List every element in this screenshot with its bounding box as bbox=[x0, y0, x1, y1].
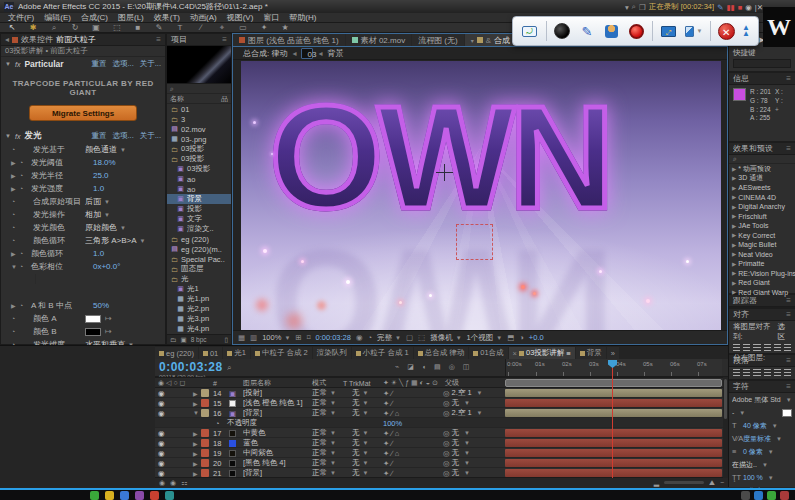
project-item[interactable]: 🗀03投影 bbox=[167, 154, 231, 164]
project-item[interactable]: ▦03-.png bbox=[167, 134, 231, 144]
project-name-header[interactable]: 名称品 bbox=[167, 94, 231, 104]
shape-tool-icon[interactable]: ■ bbox=[132, 23, 144, 32]
selection-rectangle[interactable] bbox=[456, 224, 493, 260]
parent-header[interactable]: 父级 bbox=[445, 378, 459, 388]
grid-guides-icon[interactable]: ⊞ bbox=[295, 333, 301, 342]
project-tab[interactable]: 项目 ≡ bbox=[167, 34, 231, 46]
new-comp-icon[interactable]: ▣ bbox=[181, 336, 187, 344]
graph-editor-icon[interactable]: ◫ bbox=[463, 363, 470, 371]
panel-menu-icon[interactable]: ≡ bbox=[222, 35, 227, 44]
panel-menu-icon[interactable]: ≡ bbox=[786, 144, 791, 153]
property-value[interactable]: 100% bbox=[383, 418, 402, 428]
timeline-search-icon[interactable]: ⌕ bbox=[227, 363, 231, 373]
particular-reset-link[interactable]: 重置 bbox=[91, 59, 106, 69]
effects-category[interactable]: ▶Key Correct bbox=[729, 231, 795, 241]
close-recorder-icon[interactable]: |✕ bbox=[755, 3, 763, 12]
tab-footage[interactable]: 素材 02.mov bbox=[346, 34, 411, 46]
view-layout-dropdown[interactable]: 1个视图▼ bbox=[467, 333, 503, 343]
effects-category[interactable]: ▶3D 通道 bbox=[729, 174, 795, 184]
trash-icon[interactable]: ▯ bbox=[224, 336, 228, 344]
layer-row[interactable]: ◉▶ 15 [浅色 橙色 纯色 1] 正常▼ 无▼ ✦ ∕ ◎无▼ bbox=[155, 398, 728, 408]
trkmat-dropdown[interactable]: 无▼ bbox=[352, 388, 368, 398]
glow-intensity-value[interactable]: 1.0 bbox=[93, 184, 104, 193]
layer-duration-bar[interactable] bbox=[505, 469, 722, 477]
trkmat-dropdown[interactable]: 无▼ bbox=[352, 398, 368, 408]
tab-flowchart[interactable]: 流程图 (无) bbox=[412, 34, 464, 46]
stopwatch-icon[interactable]: ◔ bbox=[19, 185, 29, 192]
expand-icon[interactable]: ▶ bbox=[193, 398, 198, 408]
snapshot-camera-icon[interactable]: ◉ bbox=[356, 333, 363, 342]
particular-about-link[interactable]: 关于... bbox=[140, 59, 161, 69]
tray-icon[interactable] bbox=[767, 491, 776, 500]
collapse-panel-icon[interactable]: − bbox=[720, 479, 724, 486]
mode-dropdown[interactable]: 正常▼ bbox=[312, 458, 336, 468]
pen-tool-icon[interactable]: ✎ bbox=[153, 23, 165, 32]
color-b-swatch[interactable] bbox=[85, 328, 101, 336]
expand-icon[interactable]: ▶ bbox=[11, 250, 19, 257]
pan-behind-tool-icon[interactable]: ⬚ bbox=[111, 23, 123, 32]
stop-close-icon[interactable]: ✕ bbox=[718, 22, 736, 40]
channels-icon[interactable]: ▥ bbox=[250, 333, 257, 342]
layer-switches[interactable]: ✦ ∕ bbox=[383, 398, 393, 408]
layer-name[interactable]: [背景] bbox=[243, 408, 309, 418]
navigator-root[interactable]: 总合成: 律动 bbox=[243, 48, 287, 59]
label-chip[interactable] bbox=[201, 439, 209, 447]
stopwatch-icon[interactable]: ◔ bbox=[11, 224, 21, 231]
trkmat-dropdown[interactable]: 无▼ bbox=[352, 448, 368, 458]
effects-category[interactable]: ▶Frischluft bbox=[729, 212, 795, 222]
layer-duration-bar[interactable] bbox=[505, 429, 722, 437]
eyedropper-icon[interactable]: ↦ bbox=[105, 314, 112, 323]
magnifier-icon[interactable]: ⌕ bbox=[632, 2, 636, 12]
expand-icon[interactable]: ▶ bbox=[193, 448, 198, 458]
motion-blur-icon[interactable]: ◎ bbox=[449, 363, 455, 371]
hide-shy-icon[interactable]: ◖ bbox=[422, 363, 426, 371]
project-item[interactable]: 🗀光 bbox=[167, 274, 231, 284]
effects-category[interactable]: ▶Primatte bbox=[729, 259, 795, 269]
parent-dropdown[interactable]: ◎2.空 1▼ bbox=[443, 388, 483, 398]
webcam-lens-icon[interactable] bbox=[554, 22, 572, 40]
align-left-icon[interactable] bbox=[733, 344, 740, 351]
effects-category[interactable]: ▶RE:Vision Plug-ins bbox=[729, 269, 795, 279]
layer-name[interactable]: [投射] bbox=[243, 388, 309, 398]
stopwatch-icon[interactable]: ◔ bbox=[11, 146, 21, 153]
layer-name[interactable]: 蓝色 bbox=[243, 438, 309, 448]
label-chip[interactable] bbox=[201, 389, 209, 397]
fullscreen-icon[interactable]: ⤢ bbox=[660, 22, 678, 40]
timeline-tab[interactable]: 总合成 律动 bbox=[414, 347, 469, 359]
effects-presets-tab[interactable]: 效果和预设≡ bbox=[729, 143, 795, 155]
mode-dropdown[interactable]: 正常▼ bbox=[312, 398, 336, 408]
glow-radius-value[interactable]: 25.0 bbox=[93, 171, 109, 180]
menu-layer[interactable]: 图层(L) bbox=[118, 12, 144, 23]
glow-midpoint-value[interactable]: 50% bbox=[93, 301, 109, 310]
presenter-icon[interactable] bbox=[603, 22, 621, 40]
layer-row[interactable]: ◉▶ 14▣ [投射] 正常▼ 无▼ ✦ ∕ ◎2.空 1▼ bbox=[155, 388, 728, 398]
trkmat-dropdown[interactable]: 无▼ bbox=[352, 458, 368, 468]
collapse-icon[interactable]: ▼ bbox=[11, 264, 19, 270]
stopwatch-icon[interactable]: ◔ bbox=[11, 211, 21, 218]
panel-menu-icon[interactable]: ≡ bbox=[786, 310, 791, 319]
fast-preview-icon[interactable]: ◑ bbox=[519, 333, 524, 342]
label-chip[interactable] bbox=[201, 399, 209, 407]
taskbar-app-icon[interactable] bbox=[105, 491, 114, 500]
project-item[interactable]: 🗀Special Pac.. bbox=[167, 254, 231, 264]
rotate-tool-icon[interactable]: ↻ bbox=[69, 23, 81, 32]
mode-dropdown[interactable]: 正常▼ bbox=[312, 438, 336, 448]
layer-row[interactable]: ◉▶ 19 中间紫色 正常▼ 无▼ ✦ ∕ ⌂ ◎无▼ bbox=[155, 448, 728, 458]
panel-menu-icon[interactable]: ≡ bbox=[786, 356, 791, 365]
particular-effect-header[interactable]: ▼fx Particular 重置 选项... 关于... bbox=[1, 57, 165, 71]
align-right-icon[interactable] bbox=[753, 344, 760, 351]
layer-duration-bar[interactable] bbox=[505, 389, 722, 397]
camera-icon[interactable]: ◉ bbox=[745, 3, 752, 12]
glow-options-link[interactable]: 选项... bbox=[112, 131, 133, 141]
project-item[interactable]: ▣ao bbox=[167, 184, 231, 194]
menu-composition[interactable]: 合成(C) bbox=[81, 12, 108, 23]
label-chip[interactable] bbox=[201, 409, 209, 417]
font-size-dropdown[interactable]: 40 像素 bbox=[743, 421, 767, 431]
stopwatch-icon[interactable]: ◔ bbox=[215, 418, 220, 428]
trkmat-dropdown[interactable]: 无▼ bbox=[352, 438, 368, 448]
eye-icon[interactable]: ◉ bbox=[158, 408, 165, 418]
roto-brush-tool-icon[interactable]: ✦ bbox=[258, 23, 270, 32]
mode-dropdown[interactable]: 正常▼ bbox=[312, 448, 336, 458]
resolution-dropdown[interactable]: 完整▼ bbox=[377, 333, 401, 343]
layer-name[interactable]: 中间紫色 bbox=[243, 448, 309, 458]
